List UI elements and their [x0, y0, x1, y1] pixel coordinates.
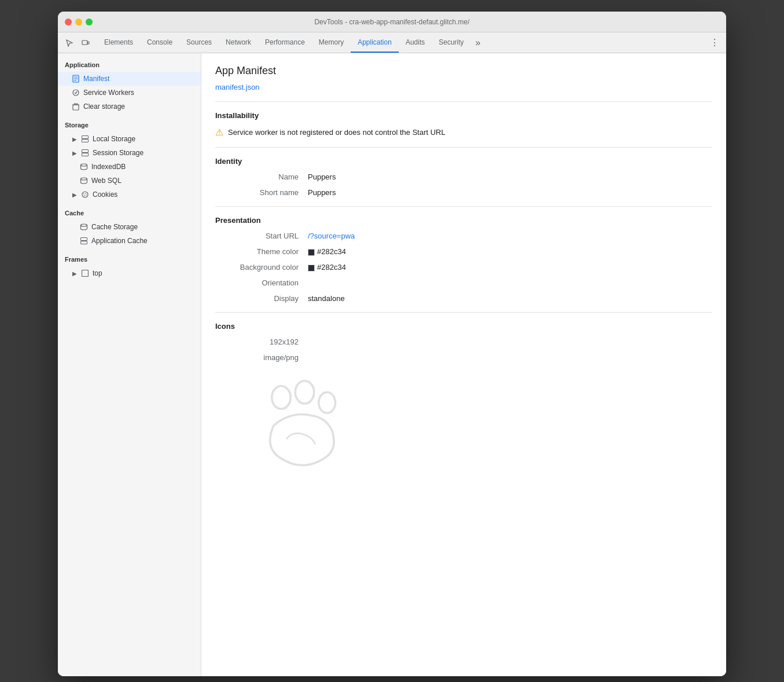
svg-point-27: [272, 386, 290, 409]
start-url-field-row: Start URL /?source=pwa: [215, 232, 712, 240]
tab-network[interactable]: Network: [219, 32, 258, 53]
local-storage-icon: [81, 135, 89, 143]
cookies-expander[interactable]: ▶: [72, 192, 78, 197]
service-workers-label: Service Workers: [83, 89, 134, 97]
web-sql-label: Web SQL: [91, 177, 122, 185]
tab-memory[interactable]: Memory: [312, 32, 351, 53]
svg-rect-15: [82, 153, 89, 156]
warning-icon: ⚠: [215, 127, 223, 138]
svg-rect-7: [73, 105, 79, 110]
sidebar-item-service-workers[interactable]: Service Workers: [58, 86, 201, 100]
bg-color-swatch: [308, 265, 315, 272]
svg-rect-0: [82, 41, 87, 45]
sidebar-item-cache-storage[interactable]: Cache Storage: [58, 220, 201, 234]
svg-point-22: [84, 195, 85, 196]
divider-installability: [215, 101, 712, 102]
cache-section-header: Cache: [58, 201, 201, 220]
sidebar-item-frames-top[interactable]: ▶ top: [58, 266, 201, 280]
short-name-field-row: Short name Puppers: [215, 188, 712, 197]
paw-icon-container: [250, 369, 712, 475]
sidebar-item-cookies[interactable]: ▶ Cookies: [58, 188, 201, 201]
cache-storage-label: Cache Storage: [91, 223, 138, 231]
device-icon[interactable]: [79, 36, 93, 50]
main-content: App Manifest manifest.json Installabilit…: [201, 53, 726, 676]
short-name-label: Short name: [215, 188, 308, 197]
bg-color-label: Background color: [215, 263, 308, 272]
tab-console[interactable]: Console: [140, 32, 179, 53]
tabs-list: Elements Console Sources Network Perform…: [97, 32, 708, 53]
frames-top-label: top: [93, 269, 102, 277]
tab-sources[interactable]: Sources: [179, 32, 219, 53]
presentation-title: Presentation: [215, 216, 712, 225]
svg-point-16: [81, 164, 87, 166]
svg-rect-12: [82, 136, 89, 139]
svg-point-21: [86, 195, 87, 196]
manifest-label: Manifest: [83, 75, 109, 83]
divider-icons: [215, 312, 712, 313]
cookies-icon: [81, 190, 89, 199]
application-cache-icon: [80, 237, 88, 245]
svg-point-23: [81, 224, 87, 226]
bg-color-value: #282c34: [308, 263, 346, 272]
tab-audits[interactable]: Audits: [399, 32, 432, 53]
identity-section: Identity Name Puppers Short name Puppers: [215, 157, 712, 197]
service-workers-icon: [72, 89, 80, 97]
tab-security[interactable]: Security: [432, 32, 470, 53]
cursor-icon[interactable]: [62, 36, 76, 50]
icon-type-label: image/png: [215, 353, 308, 362]
sidebar-item-clear-storage[interactable]: Clear storage: [58, 100, 201, 113]
sidebar-item-local-storage[interactable]: ▶ Local Storage: [58, 132, 201, 146]
tab-performance[interactable]: Performance: [258, 32, 312, 53]
sidebar-item-indexeddb[interactable]: IndexedDB: [58, 160, 201, 174]
tab-icon-group: [62, 36, 93, 50]
devtools-window: DevTools - cra-web-app-manifest-defaut.g…: [58, 12, 726, 676]
theme-color-swatch: [308, 249, 315, 256]
svg-point-29: [319, 393, 336, 413]
paw-icon: [250, 369, 354, 473]
local-storage-label: Local Storage: [93, 135, 135, 143]
page-title: App Manifest: [215, 65, 712, 77]
traffic-lights: [65, 19, 93, 25]
sidebar-item-application-cache[interactable]: Application Cache: [58, 234, 201, 248]
sidebar-item-manifest[interactable]: Manifest: [58, 72, 201, 86]
sidebar-item-session-storage[interactable]: ▶ Session Storage: [58, 146, 201, 160]
session-storage-expander[interactable]: ▶: [72, 150, 78, 156]
tab-elements[interactable]: Elements: [97, 32, 140, 53]
local-storage-expander[interactable]: ▶: [72, 136, 78, 142]
warning-text: Service worker is not registered or does…: [228, 128, 446, 137]
application-cache-label: Application Cache: [91, 237, 148, 245]
installability-title: Installability: [215, 111, 712, 120]
short-name-value: Puppers: [308, 188, 336, 197]
start-url-value[interactable]: /?source=pwa: [308, 232, 355, 240]
svg-rect-1: [87, 42, 89, 44]
installability-section: Installability ⚠ Service worker is not r…: [215, 111, 712, 138]
minimize-button[interactable]: [75, 19, 82, 25]
indexeddb-label: IndexedDB: [91, 163, 126, 171]
cache-storage-icon: [80, 223, 88, 231]
devtools-tabbar: Elements Console Sources Network Perform…: [58, 32, 726, 53]
indexeddb-icon: [80, 163, 88, 171]
maximize-button[interactable]: [86, 19, 93, 25]
svg-point-17: [81, 178, 87, 180]
tab-application[interactable]: Application: [351, 32, 399, 53]
display-label: Display: [215, 294, 308, 303]
frame-icon: [81, 269, 89, 277]
svg-point-20: [85, 193, 86, 194]
warning-banner: ⚠ Service worker is not registered or do…: [215, 127, 712, 138]
svg-rect-13: [82, 140, 89, 142]
svg-point-19: [83, 193, 84, 195]
icon-size-row: 192x192: [215, 338, 712, 346]
devtools-menu-button[interactable]: ⋮: [708, 36, 722, 50]
presentation-section: Presentation Start URL /?source=pwa Them…: [215, 216, 712, 303]
manifest-icon: [72, 75, 80, 83]
close-button[interactable]: [65, 19, 72, 25]
session-storage-label: Session Storage: [93, 149, 143, 157]
theme-color-label: Theme color: [215, 247, 308, 256]
tab-more-button[interactable]: »: [471, 32, 485, 53]
icon-size-label: 192x192: [215, 338, 308, 346]
sidebar-item-web-sql[interactable]: Web SQL: [58, 174, 201, 188]
manifest-link[interactable]: manifest.json: [215, 83, 260, 91]
frames-top-expander[interactable]: ▶: [72, 270, 78, 276]
svg-rect-26: [82, 270, 89, 277]
name-label: Name: [215, 173, 308, 181]
